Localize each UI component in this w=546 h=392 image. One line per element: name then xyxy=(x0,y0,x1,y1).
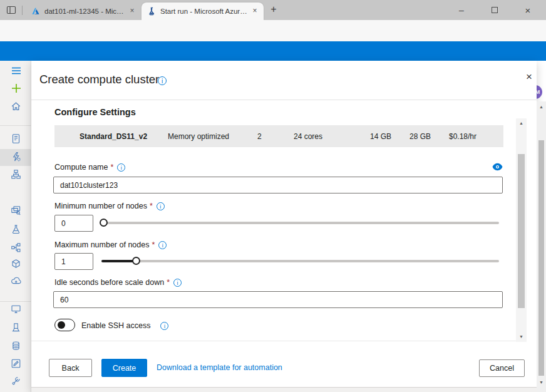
idle-seconds-label-row: Idle seconds before scale down * i xyxy=(54,278,182,287)
new-tab-button[interactable]: + xyxy=(268,4,279,14)
max-nodes-slider-track[interactable] xyxy=(135,260,499,262)
required-mark: * xyxy=(152,240,155,249)
min-nodes-input[interactable] xyxy=(54,215,93,232)
page-scrollbar-thumb[interactable] xyxy=(538,140,544,376)
vm-category: Memory optimized xyxy=(168,132,229,141)
sidebar-environments-icon[interactable] xyxy=(11,322,22,334)
sidebar-notebooks-icon[interactable] xyxy=(11,133,22,145)
page-scroll-down-icon[interactable]: ▼ xyxy=(537,379,546,386)
create-button[interactable]: Create xyxy=(101,359,147,377)
scroll-area-bottom-divider xyxy=(31,341,516,341)
browser-tab-strip: dat101-ml-12345 - Microsoft Az × Start r… xyxy=(0,0,546,20)
ssh-label-row: Enable SSH access i xyxy=(81,321,168,330)
dialog-scrollbar[interactable]: ▲ ▼ xyxy=(516,118,527,342)
azure-ml-favicon xyxy=(147,7,156,16)
page-scroll-up-icon[interactable]: ▲ xyxy=(537,104,546,110)
scroll-down-icon[interactable]: ▼ xyxy=(516,334,527,340)
required-mark: * xyxy=(150,202,153,210)
ssh-label: Enable SSH access xyxy=(81,321,150,330)
dialog-title: Create compute cluster xyxy=(39,73,159,86)
sidebar-home-icon[interactable] xyxy=(11,101,22,112)
sidebar-data-labeling-icon[interactable] xyxy=(11,358,22,369)
vm-storage: 28 GB xyxy=(410,132,431,141)
vm-cores: 24 cores xyxy=(294,132,322,141)
min-nodes-info-icon[interactable]: i xyxy=(157,202,165,210)
sidebar-experiments-icon[interactable] xyxy=(11,224,22,235)
studio-sidebar xyxy=(0,61,31,392)
min-nodes-slider-handle[interactable] xyxy=(100,219,108,227)
browser-tab-active[interactable]: Start run - Microsoft Azure Mach × xyxy=(142,3,264,20)
vm-vcpus: 2 xyxy=(257,132,262,141)
tab-actions-icon xyxy=(6,5,16,15)
sidebar-models-icon[interactable] xyxy=(11,259,22,270)
idle-seconds-label: Idle seconds before scale down xyxy=(54,278,164,287)
tab-close-icon[interactable]: × xyxy=(250,6,260,16)
ssh-toggle[interactable] xyxy=(54,319,75,331)
tab-title: dat101-ml-12345 - Microsoft Az xyxy=(44,8,125,15)
min-nodes-label: Minimum number of nodes xyxy=(54,202,147,210)
dialog-title-info-icon[interactable]: i xyxy=(158,76,167,85)
preview-eye-icon[interactable] xyxy=(492,163,503,171)
browser-tab-inactive[interactable]: dat101-ml-12345 - Microsoft Az × xyxy=(26,3,141,19)
browser-window: dat101-ml-12345 - Microsoft Az × Start r… xyxy=(0,0,546,392)
maximize-icon xyxy=(492,7,498,13)
dialog-scrollbar-thumb[interactable] xyxy=(518,154,525,308)
max-nodes-slider-handle[interactable] xyxy=(132,257,140,265)
vm-size-row[interactable]: Standard_DS11_v2 Memory optimized 2 24 c… xyxy=(54,125,503,147)
idle-seconds-input[interactable] xyxy=(53,291,503,308)
vm-name: Standard_DS11_v2 xyxy=(80,132,147,141)
scroll-up-icon[interactable]: ▲ xyxy=(516,120,527,126)
back-button[interactable]: Back xyxy=(49,359,92,377)
max-nodes-input[interactable] xyxy=(54,253,93,270)
max-nodes-label: Maximum number of nodes xyxy=(54,240,149,249)
sidebar-endpoints-icon[interactable] xyxy=(11,276,22,287)
vm-price: $0.18/hr xyxy=(449,132,476,141)
browser-toolbar: ← → ↻ ⌂ https://ml.azure.com/automl/star… xyxy=(0,20,546,41)
compute-name-label-row: Compute name * i xyxy=(54,163,125,172)
sidebar-datastores-icon[interactable] xyxy=(11,341,22,352)
tab-close-icon[interactable]: × xyxy=(127,6,137,16)
window-maximize-button[interactable] xyxy=(484,2,505,18)
azure-favicon xyxy=(31,7,40,16)
azure-ml-header: Microsoft Azure Machine Learning Studio … xyxy=(0,41,546,61)
compute-name-input[interactable] xyxy=(53,177,503,193)
sidebar-add-icon[interactable] xyxy=(11,83,22,94)
dialog-close-icon[interactable]: × xyxy=(523,71,535,83)
compute-name-info-icon[interactable]: i xyxy=(117,163,125,172)
cancel-button[interactable]: Cancel xyxy=(479,359,525,377)
ssh-info-icon[interactable]: i xyxy=(160,322,168,330)
ssh-toggle-knob xyxy=(58,321,65,329)
sidebar-pipelines-icon[interactable] xyxy=(11,242,22,254)
sidebar-divider xyxy=(0,125,31,126)
max-nodes-info-icon[interactable]: i xyxy=(158,241,167,249)
sidebar-datasets-icon[interactable] xyxy=(11,205,22,217)
window-minimize-button[interactable]: – xyxy=(451,2,472,18)
sidebar-compute-icon[interactable] xyxy=(11,304,22,315)
section-heading: Configure Settings xyxy=(54,107,136,117)
dialog-bottom-strip xyxy=(31,387,537,392)
tab-separator xyxy=(22,6,23,15)
max-nodes-label-row: Maximum number of nodes * i xyxy=(54,240,167,249)
compute-name-label: Compute name xyxy=(54,163,108,172)
tab-title: Start run - Microsoft Azure Mach xyxy=(160,8,247,15)
sidebar-designer-icon[interactable] xyxy=(11,169,22,180)
page-scrollbar[interactable]: ▲ ▼ xyxy=(537,101,546,392)
tab-actions-button[interactable] xyxy=(6,5,16,15)
idle-seconds-info-icon[interactable]: i xyxy=(173,279,182,287)
sidebar-automated-ml-icon[interactable] xyxy=(11,152,22,163)
vm-ram: 14 GB xyxy=(370,132,391,141)
required-mark: * xyxy=(110,163,113,172)
min-nodes-label-row: Minimum number of nodes * i xyxy=(54,202,165,210)
max-nodes-slider-fill[interactable] xyxy=(101,260,135,262)
dialog-header-divider xyxy=(31,100,537,100)
download-template-link[interactable]: Download a template for automation xyxy=(157,363,282,372)
window-close-button[interactable]: × xyxy=(517,2,538,18)
sidebar-linked-services-icon[interactable] xyxy=(11,376,22,387)
sidebar-divider xyxy=(0,301,31,302)
required-mark: * xyxy=(167,278,170,287)
sidebar-menu-icon[interactable] xyxy=(11,65,22,76)
min-nodes-slider-track[interactable] xyxy=(101,222,499,224)
